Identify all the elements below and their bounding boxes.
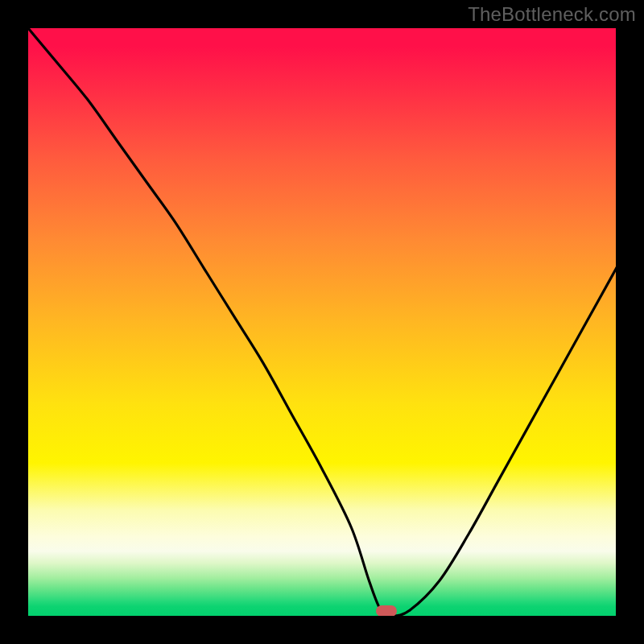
plot-area [28, 28, 616, 616]
optimal-point-marker [376, 605, 397, 616]
chart-frame: TheBottleneck.com [0, 0, 644, 644]
curve-path [28, 28, 616, 616]
watermark-text: TheBottleneck.com [468, 3, 636, 26]
bottleneck-curve [28, 28, 616, 616]
